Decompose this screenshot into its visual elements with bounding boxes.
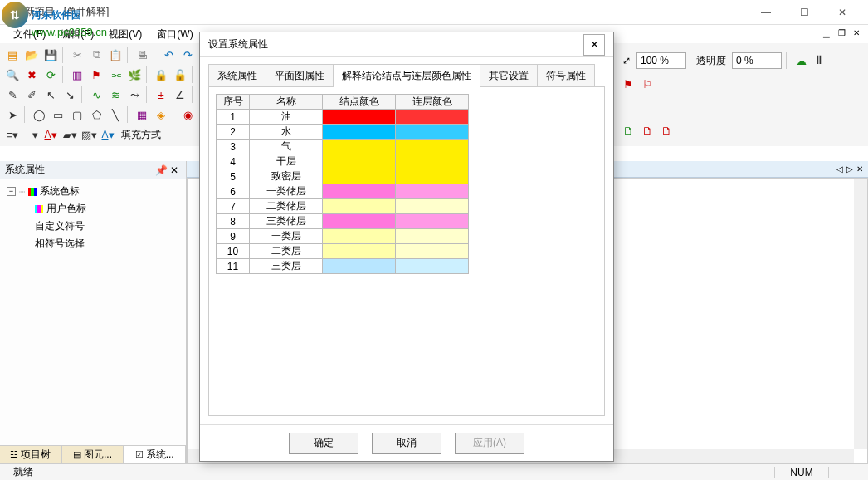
cell-node-color[interactable] bbox=[323, 154, 396, 169]
zoom-in-icon[interactable]: 🔍 bbox=[3, 66, 22, 84]
tree-similar[interactable]: 相符号选择 bbox=[3, 235, 183, 252]
doc-prev-icon[interactable]: ◁ bbox=[836, 164, 843, 174]
wave-icon[interactable]: ∿ bbox=[87, 86, 105, 104]
menu-view[interactable]: 视图(V) bbox=[102, 26, 149, 43]
table-row[interactable]: 11三类层 bbox=[217, 259, 469, 274]
cell-node-color[interactable] bbox=[323, 169, 396, 184]
mdi-minimize[interactable]: ▁ bbox=[820, 27, 833, 38]
doc-next-icon[interactable]: ▷ bbox=[846, 164, 853, 174]
cancel-button[interactable]: 取消 bbox=[372, 433, 441, 454]
link-icon[interactable]: ⫘ bbox=[106, 66, 124, 84]
cell-layer-color[interactable] bbox=[396, 169, 469, 184]
cell-layer-color[interactable] bbox=[396, 244, 469, 259]
new-icon[interactable]: ▤ bbox=[3, 46, 22, 64]
lock2-icon[interactable]: 🔓 bbox=[171, 66, 189, 84]
doc2-icon[interactable]: 🗋 bbox=[638, 121, 656, 140]
cell-node-color[interactable] bbox=[323, 184, 396, 199]
fill-icon[interactable]: ▰▾ bbox=[61, 125, 79, 144]
table-row[interactable]: 7二类储层 bbox=[217, 199, 469, 214]
pen1-icon[interactable]: ✎ bbox=[3, 86, 22, 104]
table-row[interactable]: 1油 bbox=[217, 110, 469, 125]
pen2-icon[interactable]: ✐ bbox=[22, 86, 41, 104]
plusminus-icon[interactable]: ± bbox=[152, 86, 170, 104]
linew-icon[interactable]: ≡▾ bbox=[3, 125, 22, 144]
lock1-icon[interactable]: 🔒 bbox=[152, 66, 170, 84]
ellipse-icon[interactable]: ◯ bbox=[30, 105, 48, 124]
pin-icon[interactable]: 📌 bbox=[154, 164, 168, 176]
cell-node-color[interactable] bbox=[323, 110, 396, 125]
close-button[interactable]: ✕ bbox=[823, 0, 861, 25]
scrollbar-vertical[interactable] bbox=[854, 179, 867, 449]
dialog-tab-symbol[interactable]: 符号属性 bbox=[537, 64, 595, 87]
barcode-icon[interactable]: 𝄃𝄃 bbox=[811, 51, 829, 70]
cursor-icon[interactable]: ➤ bbox=[3, 105, 22, 124]
cell-node-color[interactable] bbox=[323, 140, 396, 154]
rrect-icon[interactable]: ▢ bbox=[68, 105, 86, 124]
menu-window[interactable]: 窗口(W) bbox=[150, 26, 199, 43]
doc-close-icon[interactable]: ✕ bbox=[856, 164, 863, 174]
table-row[interactable]: 3气 bbox=[217, 140, 469, 154]
flag-icon[interactable]: ⚑ bbox=[87, 66, 105, 84]
cell-layer-color[interactable] bbox=[396, 154, 469, 169]
panel-tab-project[interactable]: ☳ 项目树 bbox=[0, 446, 62, 463]
undo-icon[interactable]: ↶ bbox=[159, 46, 178, 64]
maximize-button[interactable]: ☐ bbox=[785, 0, 823, 25]
cell-node-color[interactable] bbox=[323, 229, 396, 244]
table-row[interactable]: 8三类储层 bbox=[217, 214, 469, 229]
cloud-icon[interactable]: ☁ bbox=[792, 51, 810, 70]
minimize-button[interactable]: — bbox=[747, 0, 785, 25]
cell-node-color[interactable] bbox=[323, 214, 396, 229]
grid-icon[interactable]: ▦ bbox=[133, 105, 151, 124]
cell-layer-color[interactable] bbox=[396, 140, 469, 154]
tree-user[interactable]: 用户色标 bbox=[3, 200, 183, 218]
cell-node-color[interactable] bbox=[323, 125, 396, 140]
tree-icon[interactable]: 🌿 bbox=[125, 66, 144, 84]
menu-file[interactable]: 文件(F) bbox=[7, 26, 52, 43]
bezier-icon[interactable]: ⤳ bbox=[125, 86, 144, 104]
cell-node-color[interactable] bbox=[323, 259, 396, 274]
tree-custom[interactable]: 自定义符号 bbox=[3, 218, 183, 235]
table-row[interactable]: 4干层 bbox=[217, 154, 469, 169]
dialog-tab-system[interactable]: 系统属性 bbox=[208, 64, 266, 87]
apply-button[interactable]: 应用(A) bbox=[455, 433, 524, 454]
shape1-icon[interactable]: ◈ bbox=[152, 105, 170, 124]
cell-layer-color[interactable] bbox=[396, 110, 469, 125]
poly-icon[interactable]: ⬠ bbox=[87, 105, 105, 124]
panel-tab-system[interactable]: ☑ 系统... bbox=[124, 446, 186, 463]
doc1-icon[interactable]: 🗋 bbox=[619, 121, 637, 140]
under-icon[interactable]: A▾ bbox=[41, 125, 60, 144]
flagr-icon[interactable]: ⚑ bbox=[619, 75, 637, 93]
cell-layer-color[interactable] bbox=[396, 184, 469, 199]
open-icon[interactable]: 📂 bbox=[22, 46, 41, 64]
table-row[interactable]: 10二类层 bbox=[217, 244, 469, 259]
mdi-close[interactable]: ✕ bbox=[850, 27, 863, 38]
panel-tab-element[interactable]: ▤ 图元... bbox=[62, 446, 124, 463]
redo-icon[interactable]: ↷ bbox=[178, 46, 197, 64]
cell-node-color[interactable] bbox=[323, 244, 396, 259]
paste-icon[interactable]: 📋 bbox=[106, 46, 124, 64]
dialog-close-button[interactable]: ✕ bbox=[583, 34, 605, 56]
fontc-icon[interactable]: A▾ bbox=[99, 125, 117, 144]
refresh-icon[interactable]: ⟳ bbox=[41, 66, 60, 84]
cell-layer-color[interactable] bbox=[396, 214, 469, 229]
save-icon[interactable]: 💾 bbox=[41, 46, 60, 64]
arrow-dn-icon[interactable]: ↘ bbox=[61, 86, 79, 104]
tree-collapse-icon[interactable]: − bbox=[7, 187, 16, 196]
target-icon[interactable]: ◉ bbox=[178, 105, 197, 124]
doc3-icon[interactable]: 🗋 bbox=[657, 121, 675, 140]
line-icon[interactable]: ╲ bbox=[106, 105, 124, 124]
table-row[interactable]: 9一类层 bbox=[217, 229, 469, 244]
rect-icon[interactable]: ▭ bbox=[49, 105, 67, 124]
mdi-restore[interactable]: ❐ bbox=[835, 27, 848, 38]
hatch-icon[interactable]: ▨▾ bbox=[80, 125, 98, 144]
cell-layer-color[interactable] bbox=[396, 229, 469, 244]
bars-icon[interactable]: ▥ bbox=[68, 66, 86, 84]
print-icon[interactable]: 🖶 bbox=[133, 46, 151, 64]
table-row[interactable]: 2水 bbox=[217, 125, 469, 140]
cell-layer-color[interactable] bbox=[396, 125, 469, 140]
copy-icon[interactable]: ⧉ bbox=[87, 46, 105, 64]
ok-button[interactable]: 确定 bbox=[289, 433, 358, 454]
wave2-icon[interactable]: ≋ bbox=[106, 86, 124, 104]
flagr2-icon[interactable]: ⚐ bbox=[638, 75, 656, 93]
dialog-tab-colors[interactable]: 解释结论结点与连层颜色属性 bbox=[333, 64, 480, 87]
